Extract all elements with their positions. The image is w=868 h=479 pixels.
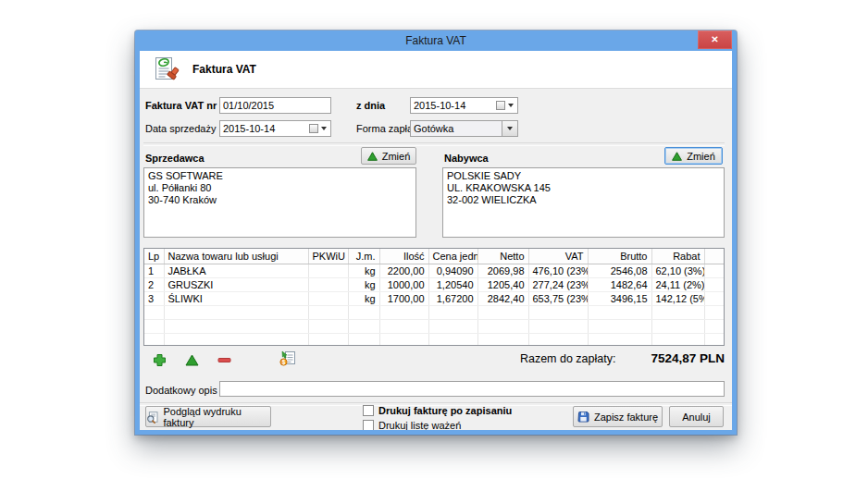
- payments-document-button[interactable]: $: [278, 349, 298, 367]
- table-cell: [144, 320, 164, 334]
- print-preview-button[interactable]: Podgląd wydruku faktury: [145, 406, 271, 427]
- column-header[interactable]: Cena jedn.: [428, 249, 477, 264]
- checkbox-icon: [363, 420, 374, 430]
- calendar-icon: [496, 101, 505, 110]
- seller-line: ul. Półłanki 80: [148, 182, 412, 194]
- faktura-vat-window: Faktura VAT ✕ Faktura VAT: [135, 31, 737, 435]
- column-header-filler: [704, 249, 725, 264]
- sale-date-picker[interactable]: 2015-10-14: [219, 120, 331, 137]
- chevron-down-icon: [508, 104, 514, 107]
- table-cell: 62,10 (3%): [651, 264, 704, 278]
- print-preview-label: Podgląd wydruku faktury: [163, 406, 270, 428]
- table-cell: [308, 320, 348, 334]
- seller-line: 30-740 Kraków: [148, 194, 412, 206]
- extra-description-input[interactable]: [219, 381, 725, 397]
- issue-date-picker[interactable]: 2015-10-14: [410, 97, 518, 114]
- table-cell: 1000,00: [379, 278, 428, 292]
- table-cell: [428, 320, 477, 334]
- dialog-content: Faktura VAT Faktura VAT nr z dnia 2015-1…: [140, 51, 732, 430]
- buyer-change-label: Zmień: [687, 151, 715, 162]
- save-invoice-label: Zapisz fakturę: [594, 411, 658, 423]
- table-cell: [164, 320, 308, 334]
- table-cell: 1,20540: [428, 278, 477, 292]
- table-cell: [704, 292, 725, 306]
- column-header[interactable]: Rabat: [651, 249, 704, 264]
- save-invoice-button[interactable]: Zapisz fakturę: [573, 406, 663, 427]
- print-invoice-checkbox[interactable]: Drukuj fakturę po zapisaniu: [363, 405, 512, 416]
- table-cell: kg: [348, 264, 379, 278]
- table-cell: 277,24 (23%): [528, 278, 588, 292]
- table-cell: [428, 334, 477, 347]
- table-cell: 142,12 (5%): [651, 292, 704, 306]
- table-cell: [651, 320, 704, 334]
- issue-date-value: 2015-10-14: [414, 100, 496, 111]
- chevron-down-icon: [507, 127, 513, 130]
- document-dollar-icon: $: [279, 350, 296, 366]
- buyer-change-button[interactable]: Zmień: [664, 147, 723, 165]
- print-weighings-checkbox[interactable]: Drukuj listę ważeń: [363, 420, 461, 430]
- table-cell: 2200,00: [379, 264, 428, 278]
- total-value: 7524,87 PLN: [651, 351, 725, 365]
- column-header[interactable]: Nazwa towaru lub usługi: [164, 249, 308, 264]
- table-row[interactable]: 1JABŁKAkg2200,000,940902069,98476,10 (23…: [144, 264, 725, 278]
- seller-line: GS SOFTWARE: [148, 170, 412, 182]
- table-cell: [164, 306, 308, 320]
- table-cell: 3: [144, 292, 164, 306]
- add-item-button[interactable]: [149, 350, 169, 369]
- column-header[interactable]: PKWiU: [308, 249, 348, 264]
- column-header[interactable]: J.m.: [348, 249, 379, 264]
- dialog-heading: Faktura VAT: [192, 51, 256, 88]
- seller-change-button[interactable]: Zmień: [361, 147, 416, 165]
- table-cell: [704, 278, 725, 292]
- table-cell: [528, 320, 588, 334]
- table-cell: 2069,98: [477, 264, 528, 278]
- table-cell: [144, 306, 164, 320]
- remove-item-button[interactable]: [214, 350, 234, 369]
- invoice-number-input[interactable]: [219, 97, 331, 114]
- table-cell: [477, 320, 528, 334]
- table-cell: 1700,00: [379, 292, 428, 306]
- table-cell: 0,94090: [428, 264, 477, 278]
- calendar-icon: [309, 124, 318, 133]
- table-cell: [528, 306, 588, 320]
- table-cell: kg: [348, 292, 379, 306]
- column-header[interactable]: Ilość: [379, 249, 428, 264]
- table-cell: [477, 334, 528, 347]
- cancel-button[interactable]: Anuluj: [669, 406, 724, 427]
- table-cell: kg: [348, 278, 379, 292]
- table-cell: 653,75 (23%): [528, 292, 588, 306]
- chevron-down-icon: [321, 127, 327, 130]
- table-cell: 1482,64: [588, 278, 651, 292]
- minus-icon: [217, 353, 231, 367]
- table-cell: GRUSZKI: [164, 278, 308, 292]
- table-cell: [477, 306, 528, 320]
- header-strip: Faktura VAT: [140, 51, 732, 89]
- column-header[interactable]: Brutto: [588, 249, 651, 264]
- table-row[interactable]: 3ŚLIWKIkg1700,001,672002842,40653,75 (23…: [144, 292, 725, 306]
- window-title: Faktura VAT: [135, 31, 737, 51]
- invoice-number-label: Faktura VAT nr: [145, 100, 217, 111]
- table-cell: [348, 320, 379, 334]
- buyer-address-box[interactable]: POLSKIE SADY UL. KRAKOWSKA 145 32-002 WI…: [442, 167, 725, 238]
- table-cell: 3496,15: [588, 292, 651, 306]
- payment-form-select[interactable]: Gotówka: [410, 120, 518, 137]
- table-header-row: LpNazwa towaru lub usługiPKWiUJ.m.IlośćC…: [144, 249, 725, 264]
- column-header[interactable]: Netto: [477, 249, 528, 264]
- table-cell: [588, 320, 651, 334]
- table-row[interactable]: 2GRUSZKIkg1000,001,205401205,40277,24 (2…: [144, 278, 725, 292]
- table-cell: 2: [144, 278, 164, 292]
- totals: Razem do zapłaty: 7524,87 PLN: [520, 351, 725, 365]
- triangle-up-icon: [185, 354, 199, 366]
- column-header[interactable]: VAT: [528, 249, 588, 264]
- titlebar[interactable]: Faktura VAT ✕: [135, 31, 737, 51]
- dropdown-button[interactable]: [502, 121, 517, 136]
- table-cell: [164, 334, 308, 347]
- table-cell: [308, 306, 348, 320]
- buyer-line: 32-002 WIELICZKA: [447, 194, 720, 206]
- edit-item-button[interactable]: [181, 350, 202, 369]
- close-button[interactable]: ✕: [698, 31, 732, 49]
- column-header[interactable]: Lp: [144, 249, 164, 264]
- seller-address-box[interactable]: GS SOFTWARE ul. Półłanki 80 30-740 Krakó…: [143, 167, 416, 238]
- table-cell: 476,10 (23%): [528, 264, 588, 278]
- table-cell: JABŁKA: [164, 264, 308, 278]
